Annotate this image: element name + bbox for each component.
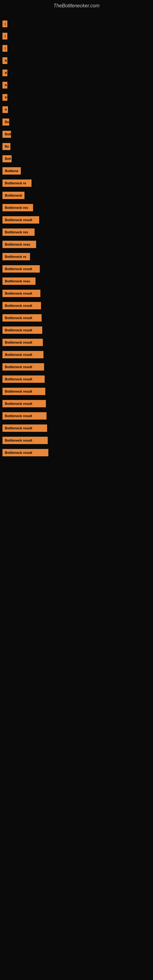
bottleneck-result-label: Bottleneck result — [2, 314, 41, 321]
bottleneck-result-label: Bottleneck resu — [2, 277, 35, 285]
bottleneck-result-label: B — [2, 57, 7, 64]
bottleneck-result-label: Bo — [2, 119, 9, 126]
bottleneck-result-label: Bottleneck result — [2, 425, 47, 432]
site-title: TheBottlenecker.com — [0, 0, 153, 15]
bar-row: Bottleneck re — [0, 250, 153, 263]
bottleneck-result-label: Bottleneck re — [2, 253, 30, 260]
bottleneck-result-label: Bottleneck resu — [2, 241, 36, 248]
bar-row: | — [0, 30, 153, 42]
bar-row: Bottleneck res — [0, 202, 153, 214]
bar-row: Bottleneck result — [0, 299, 153, 312]
bottleneck-result-label: Bottleneck result — [2, 400, 46, 407]
bar-row: Bottleneck result — [0, 385, 153, 398]
bar-row: Bottleneck result — [0, 312, 153, 324]
bar-row: B — [0, 91, 153, 103]
bottleneck-result-label: B — [2, 94, 7, 101]
bar-row: B — [0, 79, 153, 91]
bottleneck-result-label: Bottleneck result — [2, 412, 46, 420]
bar-row: Bottleneck result — [0, 434, 153, 447]
bottleneck-result-label: Bottleneck result — [2, 302, 41, 309]
bottleneck-result-label: Bottleneck result — [2, 326, 42, 334]
bottleneck-result-label: B — [2, 70, 7, 76]
bottleneck-result-label: Bottleneck result — [2, 437, 48, 444]
bottleneck-result-label: Bottleneck result — [2, 375, 45, 383]
bottleneck-result-label: Bottlene — [2, 167, 21, 175]
bars-container: |||BBBBBBoBottBoBottBottleneBottleneck r… — [0, 15, 153, 462]
bar-row: Bottleneck resu — [0, 275, 153, 287]
bottleneck-result-label: Bott — [2, 131, 11, 138]
bottleneck-result-label: | — [2, 45, 7, 52]
bottleneck-result-label: Bottleneck result — [2, 363, 44, 371]
bottleneck-result-label: Bottleneck result — [2, 216, 39, 224]
bottleneck-result-label: B — [2, 106, 8, 113]
bar-row: Bottleneck result — [0, 361, 153, 373]
bottleneck-result-label: Bottleneck re — [2, 180, 32, 187]
bottleneck-result-label: | — [2, 21, 7, 27]
bottleneck-result-label: Bottleneck result — [2, 449, 48, 456]
bar-row: B — [0, 54, 153, 67]
bar-row: Bottleneck result — [0, 336, 153, 348]
bottleneck-result-label: Bottleneck result — [2, 339, 43, 346]
bar-row: Bottlene — [0, 165, 153, 177]
bar-row: Bottleneck result — [0, 410, 153, 422]
bar-row: B — [0, 67, 153, 79]
bar-row: | — [0, 42, 153, 54]
bar-row: Bottleneck result — [0, 447, 153, 459]
bar-row: Bottleneck result — [0, 324, 153, 336]
bottleneck-result-label: Bo — [2, 143, 10, 150]
bottleneck-result-label: Bottleneck — [2, 192, 24, 199]
bar-row: Bott — [0, 128, 153, 140]
bar-row: Bottleneck result — [0, 214, 153, 226]
bar-row: Bo — [0, 140, 153, 153]
bar-row: Bottleneck result — [0, 263, 153, 275]
bar-row: Bottleneck result — [0, 373, 153, 385]
bar-row: Bottleneck re — [0, 177, 153, 189]
bottleneck-result-label: Bott — [2, 155, 12, 162]
bar-row: Bott — [0, 153, 153, 165]
bottleneck-result-label: Bottleneck res — [2, 204, 33, 211]
bottleneck-result-label: | — [2, 33, 7, 40]
bottleneck-result-label: Bottleneck result — [2, 351, 43, 358]
bar-row: Bottleneck result — [0, 348, 153, 361]
bar-row: Bottleneck result — [0, 287, 153, 299]
bar-row: Bottleneck — [0, 189, 153, 202]
bar-row: Bottleneck result — [0, 398, 153, 410]
bar-row: Bottleneck result — [0, 422, 153, 434]
bar-row: Bo — [0, 116, 153, 128]
bottleneck-result-label: Bottleneck result — [2, 388, 45, 395]
bottleneck-result-label: B — [2, 82, 7, 89]
bar-row: Bottleneck resu — [0, 238, 153, 250]
bottleneck-result-label: Bottleneck result — [2, 290, 40, 297]
bar-row: B — [0, 103, 153, 116]
bar-row: | — [0, 18, 153, 30]
bottleneck-result-label: Bottleneck result — [2, 265, 40, 272]
bar-row: Bottleneck res — [0, 226, 153, 238]
bottleneck-result-label: Bottleneck res — [2, 229, 35, 236]
